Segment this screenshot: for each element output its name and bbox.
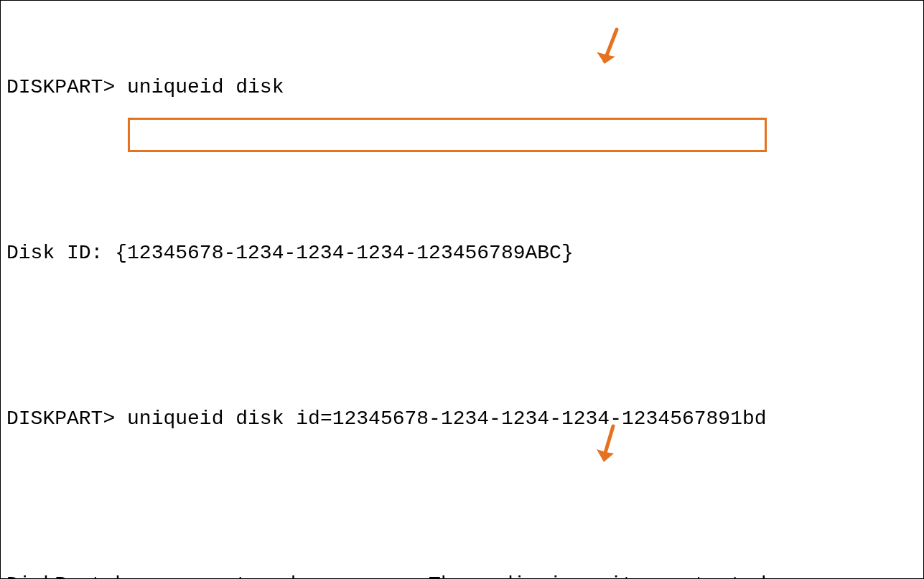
diskpart-prompt: DISKPART>	[6, 76, 115, 98]
command-line-1: DISKPART> uniqueid disk	[6, 71, 923, 104]
terminal[interactable]: DISKPART> uniqueid disk Disk ID: {123456…	[1, 1, 923, 579]
diskpart-prompt: DISKPART>	[6, 408, 115, 430]
command-uniqueid-disk: uniqueid disk	[115, 76, 284, 98]
output-disk-id-before: Disk ID: {12345678-1234-1234-1234-123456…	[6, 237, 923, 270]
command-uniqueid-disk-set: uniqueid disk id=12345678-1234-1234-1234…	[115, 408, 766, 430]
output-error-line1: DiskPart has encountered an error: The m…	[6, 568, 923, 579]
command-line-2: DISKPART> uniqueid disk id=12345678-1234…	[6, 403, 923, 436]
